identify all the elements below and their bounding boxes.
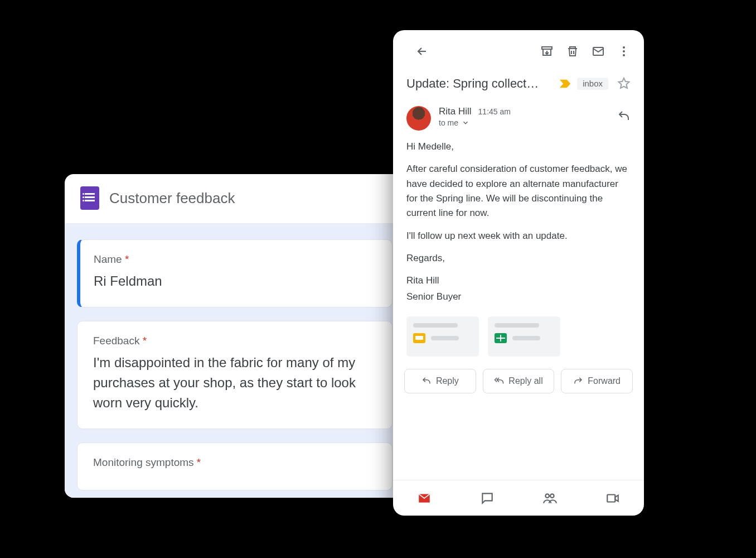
reply-button[interactable]: Reply: [404, 369, 476, 393]
forms-card: Customer feedback Name * Ri Feldman Feed…: [65, 174, 405, 498]
label-text: Name: [94, 253, 122, 265]
required-asterisk: *: [143, 335, 147, 347]
body-paragraph: I'll follow up next week with an update.: [406, 229, 631, 243]
sender-name[interactable]: Rita Hill: [439, 106, 472, 117]
placeholder-line: [512, 336, 540, 340]
sender-time: 11:45 am: [478, 107, 511, 116]
chevron-down-icon: [462, 119, 469, 127]
reply-label: Reply: [436, 376, 459, 386]
forward-label: Forward: [588, 376, 621, 386]
sender-avatar[interactable]: [406, 106, 431, 131]
svg-point-5: [546, 494, 550, 498]
bottom-nav: [393, 480, 644, 516]
field-label: Monitoring symptoms *: [93, 456, 376, 469]
to-label: to me: [439, 118, 458, 127]
forms-app-icon: [80, 186, 99, 210]
svg-point-2: [623, 46, 625, 49]
label-text: Monitoring symptoms: [93, 456, 194, 468]
field-label: Name *: [94, 253, 376, 266]
placeholder-line: [495, 323, 539, 328]
svg-rect-0: [542, 47, 552, 49]
form-field-feedback[interactable]: Feedback * I'm disappointed in the fabri…: [77, 321, 392, 429]
reply-all-button[interactable]: Reply all: [483, 369, 555, 393]
action-row: Reply Reply all Forward: [393, 365, 644, 402]
forms-header: Customer feedback: [65, 174, 405, 224]
gmail-card: Update: Spring collect… inbox Rita Hill …: [393, 30, 644, 516]
svg-rect-7: [607, 494, 615, 502]
form-field-name[interactable]: Name * Ri Feldman: [77, 239, 392, 307]
forms-title: Customer feedback: [109, 190, 235, 207]
reply-icon[interactable]: [614, 106, 634, 126]
label-text: Feedback: [93, 335, 139, 347]
placeholder-line: [431, 336, 459, 340]
signature-title: Senior Buyer: [406, 290, 631, 304]
more-icon[interactable]: [614, 41, 634, 61]
body-paragraph: After careful consideration of customer …: [406, 162, 631, 220]
forms-body: Name * Ri Feldman Feedback * I'm disappo…: [65, 224, 405, 498]
important-marker-icon[interactable]: [559, 79, 571, 89]
back-icon[interactable]: [412, 41, 432, 61]
field-value[interactable]: I'm disappointed in the fabric for many …: [93, 353, 376, 413]
nav-chat-icon[interactable]: [479, 490, 495, 506]
field-value[interactable]: Ri Feldman: [94, 271, 376, 291]
required-asterisk: *: [125, 253, 129, 265]
svg-point-3: [623, 50, 625, 52]
required-asterisk: *: [197, 456, 201, 468]
email-subject: Update: Spring collect…: [406, 76, 554, 91]
placeholder-line: [413, 323, 458, 328]
nav-meet-icon[interactable]: [605, 490, 621, 506]
attachment-slides[interactable]: [406, 316, 479, 357]
forward-button[interactable]: Forward: [561, 369, 633, 393]
nav-mail-icon[interactable]: [416, 490, 432, 506]
mark-unread-icon[interactable]: [588, 41, 608, 61]
body-closing: Regards,: [406, 251, 631, 266]
reply-all-label: Reply all: [508, 376, 542, 386]
inbox-label[interactable]: inbox: [577, 78, 608, 90]
field-label: Feedback *: [93, 335, 376, 347]
subject-row: Update: Spring collect… inbox: [393, 64, 644, 96]
sheets-icon: [495, 333, 507, 343]
recipient-toggle[interactable]: to me: [439, 118, 606, 127]
attachments: [393, 314, 644, 365]
slides-icon: [413, 333, 425, 343]
sender-meta: Rita Hill 11:45 am to me: [439, 106, 606, 127]
delete-icon[interactable]: [563, 41, 583, 61]
gmail-toolbar: [393, 30, 644, 64]
body-greeting: Hi Medelle,: [406, 140, 631, 154]
signature-name: Rita Hill: [406, 273, 631, 288]
sender-row: Rita Hill 11:45 am to me: [393, 96, 644, 133]
archive-icon[interactable]: [537, 41, 557, 61]
form-field-monitoring[interactable]: Monitoring symptoms *: [77, 442, 392, 490]
svg-point-4: [623, 54, 625, 56]
svg-point-6: [550, 494, 554, 498]
email-body: Hi Medelle, After careful consideration …: [393, 133, 644, 314]
star-icon[interactable]: [614, 74, 634, 94]
attachment-sheets[interactable]: [488, 316, 560, 357]
nav-spaces-icon[interactable]: [542, 490, 558, 506]
